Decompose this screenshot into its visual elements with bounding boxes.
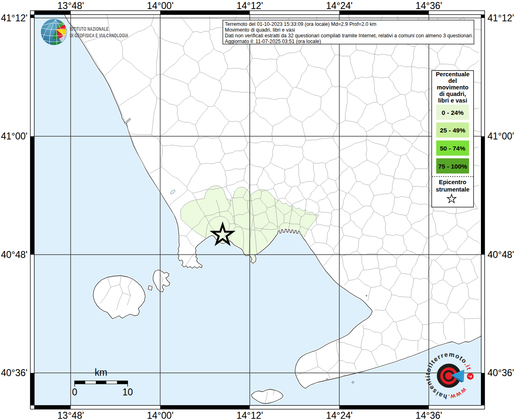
svg-text:Dati non verificati estratti d: Dati non verificati estratti da 32 quest…: [225, 33, 473, 39]
svg-text:14°24': 14°24': [326, 0, 352, 11]
svg-text:libri e vasi: libri e vasi: [438, 97, 467, 104]
svg-text:40°48': 40°48': [1, 249, 27, 260]
svg-text:movimento: movimento: [437, 84, 468, 91]
svg-text:?: ?: [467, 374, 473, 378]
svg-text:14°00': 14°00': [147, 0, 174, 11]
svg-text:Movimento di quadri, libri e v: Movimento di quadri, libri e vasi: [225, 27, 295, 33]
svg-text:Aggiornato il: 11-07-2025 03:5: Aggiornato il: 11-07-2025 03:51 (ora loc…: [225, 39, 321, 44]
svg-text:40°48': 40°48': [488, 249, 514, 260]
svg-text:0 - 24%: 0 - 24%: [442, 109, 464, 116]
svg-text:10: 10: [122, 387, 133, 397]
svg-text:Terremoto del 01-10-2023 15:33: Terremoto del 01-10-2023 15:33:09 (ora l…: [225, 21, 376, 27]
svg-text:km: km: [95, 367, 108, 378]
svg-text:40°36': 40°36': [1, 368, 27, 378]
svg-text:ISTITUTO NAZIONALE: ISTITUTO NAZIONALE: [70, 26, 109, 32]
svg-text:14°12': 14°12': [236, 0, 263, 11]
svg-text:DI GEOFISICA E VULCANOLOGIA: DI GEOFISICA E VULCANOLOGIA: [70, 32, 128, 38]
svg-text:14°12': 14°12': [236, 410, 263, 420]
svg-text:41°00': 41°00': [1, 131, 27, 142]
svg-text:25 - 49%: 25 - 49%: [440, 127, 465, 134]
svg-text:41°00': 41°00': [488, 131, 514, 142]
svg-text:13°48': 13°48': [57, 410, 84, 420]
svg-text:Percentuale: Percentuale: [436, 71, 469, 78]
svg-text:14°36': 14°36': [416, 0, 442, 11]
svg-text:41°12': 41°12': [1, 13, 27, 23]
svg-text:40°36': 40°36': [488, 368, 514, 378]
svg-text:41°12': 41°12': [488, 13, 514, 23]
svg-text:Epicentro: Epicentro: [439, 179, 467, 185]
svg-text:14°24': 14°24': [326, 410, 352, 420]
svg-text:0: 0: [72, 387, 78, 397]
svg-text:50 - 74%: 50 - 74%: [440, 145, 465, 152]
svg-text:del: del: [449, 78, 457, 84]
svg-text:75 - 100%: 75 - 100%: [438, 163, 467, 170]
svg-text:strumentale: strumentale: [436, 186, 469, 193]
svg-text:14°00': 14°00': [147, 410, 174, 420]
svg-text:14°36': 14°36': [416, 410, 442, 420]
svg-text:di quadri,: di quadri,: [439, 91, 466, 97]
svg-text:13°48': 13°48': [57, 0, 84, 11]
